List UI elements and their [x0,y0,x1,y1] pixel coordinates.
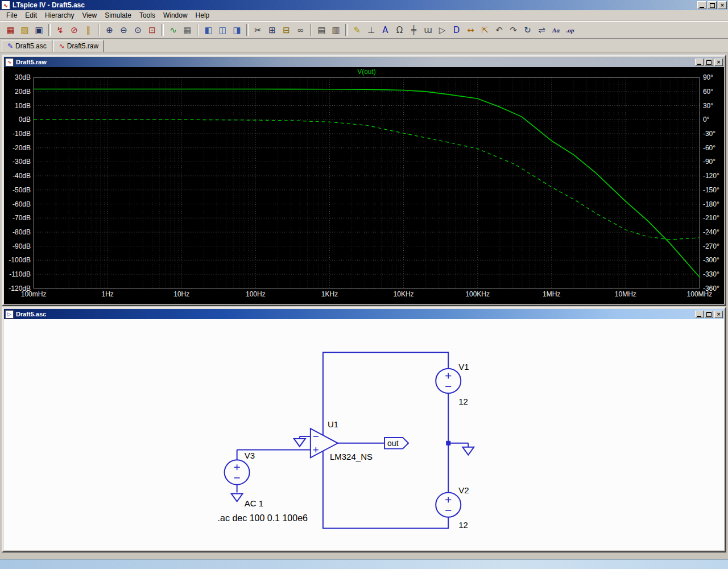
menu-tools[interactable]: Tools [135,10,159,20]
x-tick-label: 10Hz [173,290,189,298]
v2-ref-label: V2 [458,486,469,496]
wire-junction [446,441,450,446]
redo-icon[interactable]: ↷ [507,23,520,36]
x-tick-label: 100KHz [465,290,490,298]
y-right-tick-label: -150° [703,186,719,194]
halt-icon[interactable]: ⊘ [68,23,81,36]
close-icon: × [717,311,721,317]
zoom-full-icon[interactable]: ⊡ [146,23,159,36]
drag-icon[interactable]: ⇱ [478,23,491,36]
voltage-source-v2[interactable] [436,493,461,517]
x-tick-label: 100Hz [246,290,266,298]
mirror-icon[interactable]: ⇌ [535,23,548,36]
wire-icon[interactable]: ✎ [350,23,363,36]
tab-draft5-asc[interactable]: ✎Draft5.asc [2,40,52,52]
plot-settings-icon[interactable]: ▦ [181,23,194,36]
schematic-tab-icon: ✎ [7,42,13,50]
plot-border [34,77,700,288]
schematic-window-titlebar[interactable]: ▷ Draft5.asc × [4,309,724,319]
cascade-windows-icon[interactable]: ◧ [202,23,215,36]
net-label-icon[interactable]: A [379,23,392,36]
menu-bar: FileEditHierarchyViewSimulateToolsWindow… [0,10,728,21]
menu-hierarchy[interactable]: Hierarchy [41,10,78,20]
tab-draft5-raw[interactable]: ∿Draft5.raw [53,40,104,52]
waveform-pane[interactable]: 30dB20dB10dB0dB-10dB-20dB-30dB-40dB-50dB… [4,67,724,304]
waveform-close-button[interactable]: × [714,59,723,66]
save-icon[interactable]: ▣ [32,23,46,36]
ground-symbol-v3[interactable] [231,493,243,501]
menu-view[interactable]: View [78,10,101,20]
zoom-in-icon[interactable]: ⊕ [103,23,116,36]
schematic-window-title: Draft5.asc [16,311,694,318]
component-icon[interactable]: D [450,23,463,36]
ground-icon[interactable]: ⊥ [365,23,378,36]
run-icon[interactable]: ↯ [53,23,67,36]
x-tick-label: 10KHz [394,290,414,298]
copy-icon[interactable]: ⊞ [266,23,279,36]
waveform-window-titlebar[interactable]: ∿ Draft5.raw × [4,57,724,67]
x-tick-label: 1MHz [543,290,560,298]
inductor-icon[interactable]: ɯ [421,23,435,36]
tile-vertical-icon[interactable]: ◨ [230,23,243,36]
move-icon[interactable]: ↔ [464,23,477,36]
spice-directive-text: .ac dec 100 0.1 100e6 [218,513,308,523]
diode-icon[interactable]: ▷ [436,23,449,36]
spice-directive-icon[interactable]: .op [564,23,577,36]
print-preview-icon[interactable]: ▥ [329,23,342,36]
ground-symbol-rail[interactable] [462,447,474,455]
y-left-tick-label: -20dB [13,144,31,152]
waveform-window-title: Draft5.raw [16,59,694,65]
zoom-out-icon[interactable]: ⊖ [117,23,130,36]
resistor-icon[interactable]: Ω [393,23,406,36]
menu-file[interactable]: File [2,10,21,20]
y-right-tick-label: -270° [703,242,719,250]
undo-icon[interactable]: ↶ [493,23,506,36]
toolbar-separator [310,24,312,36]
ground-symbol-inverting-input[interactable] [294,439,305,447]
restore-icon [710,3,715,8]
y-left-tick-label: -90dB [13,242,31,250]
y-left-tick-label: -30dB [13,158,31,166]
schematic-restore-button[interactable] [705,311,713,318]
menu-edit[interactable]: Edit [21,10,41,20]
autorange-icon[interactable]: ∿ [167,23,180,36]
print-icon[interactable]: ▤ [315,23,328,36]
y-axis-right-labels: 90°60°30°0°-30°-60°-90°-120°-150°-180°-2… [703,73,719,292]
tile-horizontal-icon[interactable]: ◫ [216,23,229,36]
title-bar[interactable]: ∿ LTspice IV - Draft5.asc × [0,0,728,10]
v3-value-label: AC 1 [245,499,263,508]
zoom-back-icon[interactable]: ⊙ [131,23,144,36]
schematic-minimize-button[interactable] [695,311,704,318]
paste-icon[interactable]: ⊟ [280,23,293,36]
cut-icon[interactable]: ✂ [251,23,264,36]
toolbar-separator [98,24,100,36]
rotate-icon[interactable]: ↻ [521,23,534,36]
schematic-close-button[interactable]: × [714,311,723,318]
pause-icon[interactable]: ∥ [82,23,95,36]
polarity-marks [234,373,452,510]
menu-help[interactable]: Help [192,10,214,20]
menu-window[interactable]: Window [159,10,192,20]
find-icon[interactable]: ∞ [294,23,307,36]
minimize-button[interactable] [697,1,706,9]
new-schematic-icon[interactable]: ▦ [4,23,17,36]
restore-button[interactable] [708,1,717,9]
close-button[interactable]: × [718,1,727,9]
voltage-source-v3[interactable] [225,460,250,484]
minimize-icon [700,7,704,8]
waveform-minimize-button[interactable] [695,59,704,66]
text-icon[interactable]: Aa [549,23,562,36]
close-icon: × [717,59,721,65]
schematic-labels: U1 LM324_NS out V1 12 V2 12 V3 AC 1 .ac … [218,362,469,530]
voltage-source-v1[interactable] [436,369,461,393]
schematic-pane[interactable]: U1 LM324_NS out V1 12 V2 12 V3 AC 1 .ac … [4,319,724,550]
bode-plot[interactable]: 30dB20dB10dB0dB-10dB-20dB-30dB-40dB-50dB… [4,67,724,304]
waveform-window: ∿ Draft5.raw × 30dB20dB10dB0dB-10dB-20dB… [2,55,726,306]
open-file-icon[interactable]: ▨ [18,23,31,36]
trace-legend[interactable]: V(out) [357,68,376,76]
menu-simulate[interactable]: Simulate [101,10,135,20]
capacitor-icon[interactable]: ╪ [407,23,420,36]
toolbar-separator [162,24,164,36]
waveform-restore-button[interactable] [705,59,713,66]
y-left-tick-label: -100dB [9,256,31,264]
